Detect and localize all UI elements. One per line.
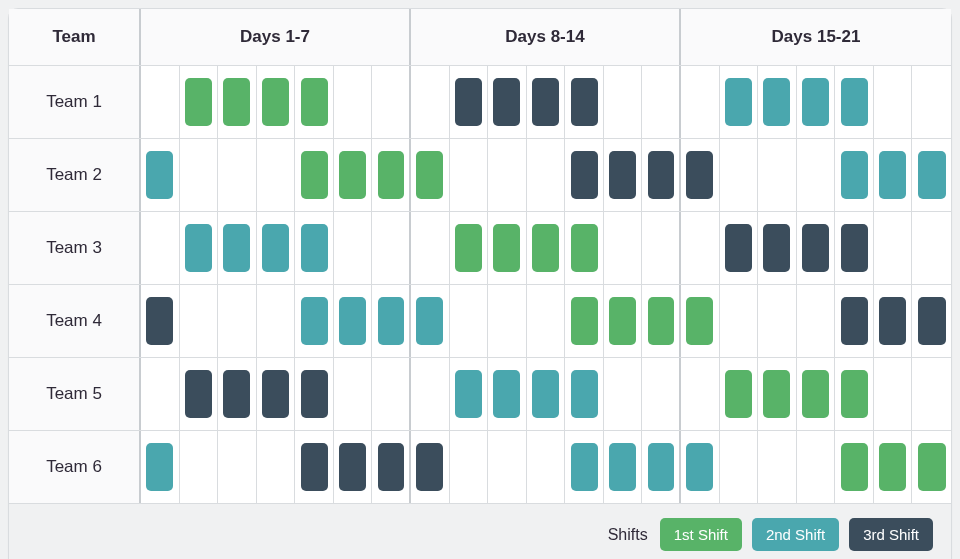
day-cell [180,212,219,284]
day-cell [797,431,836,503]
day-cell [372,212,411,284]
row-header: Team 1 [9,66,141,138]
day-cell [218,66,257,138]
day-cell [642,431,681,503]
day-cell [411,212,450,284]
day-cell [758,212,797,284]
row-header: Team 4 [9,285,141,357]
day-cell [642,358,681,430]
day-cell [912,285,951,357]
day-cell [797,212,836,284]
shift-chip [262,78,289,126]
team-name: Team 3 [46,238,102,258]
shift-chip [648,151,674,199]
day-cell [257,212,296,284]
shift-chip [571,370,598,418]
shift-chip [763,370,790,418]
day-cell [372,431,411,503]
shift-chip [146,297,173,345]
day-cell [758,66,797,138]
day-cell [565,285,604,357]
day-cell [295,139,334,211]
day-cell [488,66,527,138]
shift-chip [146,443,173,491]
day-cell [604,358,643,430]
shift-chip [185,224,212,272]
shift-chip [301,297,328,345]
day-cell [835,212,874,284]
day-cell [720,139,759,211]
day-cell [411,431,450,503]
day-cell [411,139,450,211]
team-name: Team 4 [46,311,102,331]
shift-chip [493,370,520,418]
day-cell [334,431,373,503]
day-cell [720,212,759,284]
shift-chip [532,224,559,272]
shift-chip [802,224,829,272]
shift-chip [339,297,366,345]
shift-chip [609,297,636,345]
shift-chip [918,297,946,345]
schedule-grid: TeamDays 1-7Days 8-14Days 15-21Team 1Tea… [9,9,951,504]
day-cell [218,212,257,284]
shift-chip [416,297,443,345]
shift-chip [609,151,636,199]
week-header-label: Days 1-7 [240,27,310,47]
day-cell [565,431,604,503]
day-cell [912,212,951,284]
day-cell [372,66,411,138]
day-cell [488,431,527,503]
table-row: Team 6 [9,431,951,504]
day-cell [411,66,450,138]
day-cell [681,139,720,211]
shift-chip [301,443,328,491]
day-cell [180,285,219,357]
day-cell [450,66,489,138]
day-cell [874,139,913,211]
day-cell [912,66,951,138]
day-cell [874,66,913,138]
shift-chip [648,443,674,491]
day-cell [334,139,373,211]
shift-chip [841,78,868,126]
team-name: Team 1 [46,92,102,112]
shift-chip [146,151,173,199]
shift-chip [571,78,598,126]
day-cell [681,431,720,503]
shift-chip [841,370,868,418]
day-cell [604,285,643,357]
day-cell [372,139,411,211]
shift-chip [493,78,520,126]
shift-chip [455,78,482,126]
shift-chip [571,224,598,272]
day-cell [257,139,296,211]
day-cell [835,358,874,430]
day-cell [411,285,450,357]
day-cell [295,285,334,357]
day-cell [180,139,219,211]
shift-chip [841,443,868,491]
day-cell [527,431,566,503]
day-cell [141,431,180,503]
day-cell [565,358,604,430]
shift-chip [416,151,443,199]
day-cell [565,66,604,138]
day-cell [180,358,219,430]
shift-chip [185,370,212,418]
day-cell [372,358,411,430]
shift-chip [879,443,906,491]
day-cell [835,139,874,211]
day-cell [450,431,489,503]
shift-chip [841,297,868,345]
week-header-label: Days 15-21 [772,27,861,47]
shift-chip [725,370,752,418]
day-cell [912,431,951,503]
day-cell [874,285,913,357]
shift-chip [841,151,868,199]
shift-chip [301,151,328,199]
day-cell [797,139,836,211]
shift-chip [571,151,598,199]
day-cell [797,358,836,430]
shift-chip [802,370,829,418]
